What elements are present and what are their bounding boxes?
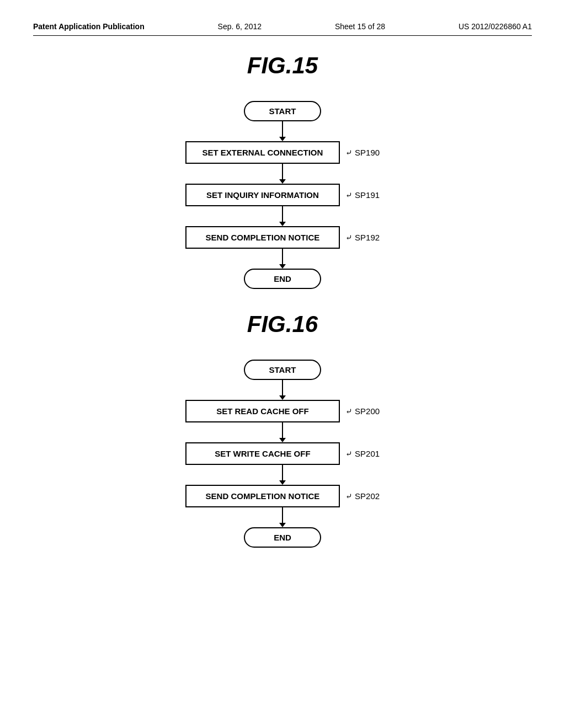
- fig15-end-box: END: [244, 269, 321, 289]
- page: Patent Application Publication Sep. 6, 2…: [0, 0, 565, 728]
- date-label: Sep. 6, 2012: [218, 22, 262, 31]
- arrow1: [279, 121, 286, 141]
- patent-number: US 2012/0226860 A1: [459, 22, 532, 31]
- fig15-sp192-row: SEND COMPLETION NOTICE ⤶ SP192: [185, 226, 380, 249]
- arrow5: [279, 380, 286, 400]
- fig15-flowchart: START SET EXTERNAL CONNECTION ⤶ SP190 SE…: [33, 101, 532, 289]
- fig16-sp201-row: SET WRITE CACHE OFF ⤶ SP201: [185, 442, 380, 465]
- fig15-start-row: START: [244, 101, 321, 121]
- arrow3: [279, 206, 286, 226]
- arrowhead2: [279, 179, 286, 184]
- line3: [282, 206, 283, 222]
- page-header: Patent Application Publication Sep. 6, 2…: [33, 22, 532, 36]
- fig16-flowchart: START SET READ CACHE OFF ⤶ SP200 SET WRI…: [33, 360, 532, 548]
- fig16-end-box: END: [244, 527, 321, 548]
- fig16-start-row: START: [244, 360, 321, 380]
- arrow4: [279, 249, 286, 269]
- fig15-sp191-box: SET INQUIRY INFORMATION: [185, 184, 340, 206]
- arrowhead4: [279, 264, 286, 269]
- fig15-sp191-tag: ⤶ SP191: [345, 190, 380, 200]
- line1: [282, 121, 283, 137]
- fig16-title: FIG.16: [33, 311, 532, 338]
- line8: [282, 507, 283, 523]
- fig16-start-box: START: [244, 360, 321, 380]
- arrow2: [279, 164, 286, 184]
- fig15-sp192-tag: ⤶ SP192: [345, 233, 380, 243]
- fig15-sp190-tag: ⤶ SP190: [345, 148, 380, 158]
- fig16-sp202-row: SEND COMPLETION NOTICE ⤶ SP202: [185, 485, 380, 507]
- fig16-sp200-row: SET READ CACHE OFF ⤶ SP200: [185, 400, 380, 422]
- fig16-sp201-box: SET WRITE CACHE OFF: [185, 442, 340, 465]
- fig15-start-box: START: [244, 101, 321, 121]
- arrowhead1: [279, 137, 286, 141]
- line4: [282, 249, 283, 264]
- fig15-sp190-box: SET EXTERNAL CONNECTION: [185, 141, 340, 164]
- line6: [282, 422, 283, 438]
- fig16-sp200-tag: ⤶ SP200: [345, 406, 380, 416]
- fig16-end-row: END: [244, 527, 321, 548]
- arrow6: [279, 422, 286, 442]
- fig16-sp200-box: SET READ CACHE OFF: [185, 400, 340, 422]
- fig15-sp192-box: SEND COMPLETION NOTICE: [185, 226, 340, 249]
- line7: [282, 465, 283, 480]
- arrow7: [279, 465, 286, 485]
- arrowhead7: [279, 480, 286, 485]
- publication-label: Patent Application Publication: [33, 22, 145, 31]
- arrowhead5: [279, 395, 286, 400]
- sheet-label: Sheet 15 of 28: [335, 22, 385, 31]
- arrow8: [279, 507, 286, 527]
- fig16-sp201-tag: ⤶ SP201: [345, 449, 380, 459]
- fig16-sp202-tag: ⤶ SP202: [345, 491, 380, 501]
- fig15-sp191-row: SET INQUIRY INFORMATION ⤶ SP191: [185, 184, 380, 206]
- line5: [282, 380, 283, 395]
- fig15-title: FIG.15: [33, 52, 532, 79]
- fig16-sp202-box: SEND COMPLETION NOTICE: [185, 485, 340, 507]
- arrowhead6: [279, 438, 286, 442]
- arrowhead8: [279, 523, 286, 527]
- fig15-end-row: END: [244, 269, 321, 289]
- arrowhead3: [279, 222, 286, 226]
- fig15-sp190-row: SET EXTERNAL CONNECTION ⤶ SP190: [185, 141, 380, 164]
- line2: [282, 164, 283, 179]
